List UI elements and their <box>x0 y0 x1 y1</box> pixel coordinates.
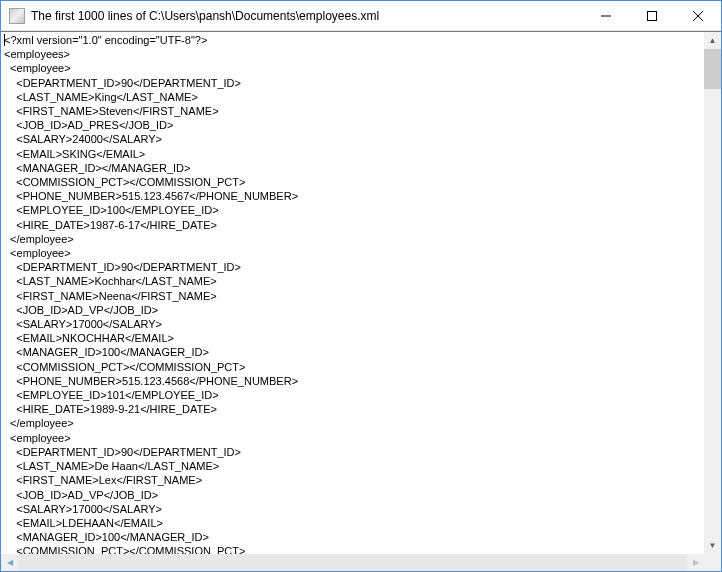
content-area: <?xml version="1.0" encoding="UTF-8"?> <… <box>1 31 721 571</box>
xml-text-view[interactable]: <?xml version="1.0" encoding="UTF-8"?> <… <box>2 33 704 554</box>
scroll-left-arrow-icon[interactable]: ◀ <box>1 554 18 571</box>
horizontal-scroll-track[interactable] <box>18 554 687 571</box>
window-buttons <box>583 1 721 30</box>
vertical-scroll-thumb[interactable] <box>704 49 721 89</box>
window-title: The first 1000 lines of C:\Users\pansh\D… <box>31 9 583 23</box>
scroll-down-arrow-icon[interactable]: ▼ <box>704 537 721 554</box>
app-icon <box>9 8 25 24</box>
scroll-up-arrow-icon[interactable]: ▲ <box>704 32 721 49</box>
minimize-button[interactable] <box>583 1 629 30</box>
vertical-scroll-track[interactable] <box>704 49 721 537</box>
horizontal-scrollbar[interactable]: ◀ ▶ <box>1 554 704 571</box>
close-button[interactable] <box>675 1 721 30</box>
scroll-right-arrow-icon[interactable]: ▶ <box>687 554 704 571</box>
svg-rect-1 <box>648 11 657 20</box>
maximize-button[interactable] <box>629 1 675 30</box>
scrollbar-corner <box>704 554 721 571</box>
vertical-scrollbar[interactable]: ▲ ▼ <box>704 32 721 554</box>
horizontal-scroll-thumb[interactable] <box>18 554 687 571</box>
titlebar[interactable]: The first 1000 lines of C:\Users\pansh\D… <box>1 1 721 31</box>
